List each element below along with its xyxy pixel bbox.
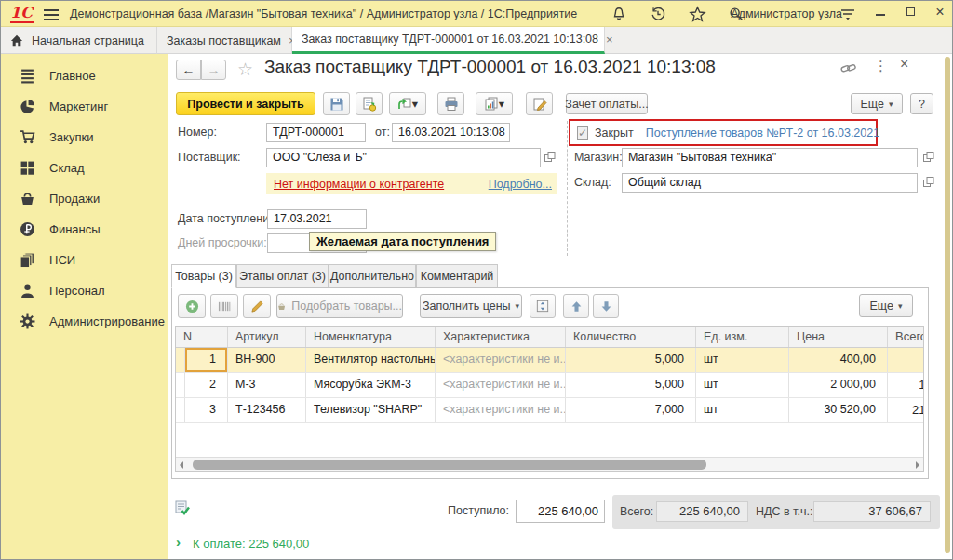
to-pay-summary[interactable]: К оплате: 225 640,00 [193, 537, 309, 551]
reports-button[interactable]: ▾ [476, 92, 513, 115]
sidebar-item-marketing[interactable]: Маркетинг [1, 91, 168, 122]
payment-offset-button[interactable]: Зачет оплаты... [566, 93, 648, 114]
cell-total[interactable]: 10 000,00 [888, 373, 924, 397]
tab-close-icon[interactable]: × [606, 33, 613, 47]
sidebar-item-administration[interactable]: Администрирование [1, 306, 168, 337]
cell-article[interactable]: Т-123456 [228, 398, 306, 422]
close-window-button[interactable]: × [930, 5, 950, 21]
favorite-star-icon[interactable]: ☆ [237, 59, 253, 80]
document-check-icon[interactable] [174, 500, 191, 516]
cell-quantity[interactable]: 5,000 [566, 348, 696, 372]
help-button[interactable]: ? [910, 93, 933, 114]
autofit-rows-button[interactable] [530, 294, 556, 318]
row-selector-cell[interactable] [176, 348, 185, 372]
closed-checkbox[interactable]: ✓ [577, 126, 588, 140]
tab-home[interactable]: Начальная страница [1, 27, 157, 54]
post-document-button[interactable] [356, 92, 383, 115]
fill-prices-button[interactable]: Заполнить цены ▾ [420, 294, 522, 318]
col-header-n[interactable]: N [176, 327, 228, 347]
print-button[interactable] [437, 92, 464, 115]
cell-nomenclature[interactable]: Мясорубка ЭКМ-3 [306, 373, 436, 397]
col-header-total[interactable]: Всего [888, 327, 924, 347]
pick-goods-button[interactable]: Подобрать товары... [276, 294, 403, 318]
form-more-button[interactable]: Еще ▾ [851, 93, 903, 114]
cell-characteristic[interactable]: <характеристики не и... [436, 398, 566, 422]
goods-more-button[interactable]: Еще ▾ [859, 294, 913, 317]
sidebar-item-main[interactable]: Главное [1, 60, 168, 91]
cell-total[interactable]: 2 000,00 [888, 348, 924, 372]
sidebar-item-warehouse[interactable]: Склад [1, 153, 168, 183]
close-form-icon[interactable]: × [900, 56, 908, 73]
cell-n[interactable]: 3 [185, 398, 228, 422]
table-row[interactable]: 2 М-3 Мясорубка ЭКМ-3 <характеристики не… [176, 373, 924, 398]
cell-quantity[interactable]: 5,000 [566, 373, 696, 397]
col-header-characteristic[interactable]: Характеристика [436, 327, 566, 347]
cell-quantity[interactable]: 7,000 [566, 398, 696, 422]
row-selector-cell[interactable] [176, 373, 185, 397]
cell-n[interactable]: 2 [185, 373, 228, 397]
receipt-date-input[interactable]: 17.03.2021 [267, 209, 367, 229]
row-selector-cell[interactable] [176, 398, 185, 422]
move-down-button[interactable] [593, 294, 619, 318]
cell-n[interactable]: 1 [185, 348, 228, 372]
col-header-price[interactable]: Цена [789, 327, 888, 347]
no-info-link[interactable]: Нет информации о контрагенте [274, 178, 444, 191]
col-header-article[interactable]: Артикул [228, 327, 306, 347]
cell-characteristic[interactable]: <характеристики не и... [436, 348, 566, 372]
save-button[interactable] [323, 92, 350, 115]
received-input[interactable]: 225 640,00 [516, 500, 605, 523]
sidebar-item-personnel[interactable]: Персонал [1, 275, 168, 306]
col-header-nomenclature[interactable]: Номенклатура [306, 327, 436, 347]
open-supplier-icon[interactable] [543, 150, 557, 165]
expand-chevron-icon[interactable]: › [176, 534, 181, 550]
history-icon[interactable] [648, 5, 668, 23]
cell-nomenclature[interactable]: Телевизор "SHARP" [306, 398, 436, 422]
shop-input[interactable]: Магазин "Бытовая техника" [622, 148, 918, 167]
table-row[interactable]: 3 Т-123456 Телевизор "SHARP" <характерис… [176, 398, 924, 423]
tab-supplier-order-document[interactable]: Заказ поставщику ТДРТ-000001 от 16.03.20… [292, 27, 605, 54]
maximize-button[interactable] [900, 4, 920, 20]
1c-logo-icon[interactable]: 1С [10, 5, 34, 23]
cell-unit[interactable]: шт [696, 373, 789, 397]
cell-price[interactable]: 30 520,00 [789, 398, 888, 422]
cell-characteristic[interactable]: <характеристики не и... [436, 373, 566, 397]
details-link[interactable]: Подробно... [489, 178, 552, 191]
warehouse-input[interactable]: Общий склад [622, 173, 918, 193]
forward-button[interactable]: → [201, 60, 226, 80]
favorites-star-icon[interactable] [687, 5, 707, 23]
cell-article[interactable]: М-3 [228, 373, 306, 397]
sidebar-item-sales[interactable]: Продажи [1, 183, 168, 214]
cell-article[interactable]: ВН-900 [228, 348, 306, 372]
open-warehouse-icon[interactable] [921, 175, 936, 190]
vertical-scrollbar[interactable] [945, 57, 950, 553]
main-menu-icon[interactable] [44, 7, 59, 23]
tab-additional[interactable]: Дополнительно [329, 264, 416, 288]
number-input[interactable]: ТДРТ-000001 [266, 123, 366, 142]
sidebar-item-purchases[interactable]: Закупки [1, 122, 168, 153]
open-shop-icon[interactable] [921, 150, 936, 165]
cell-unit[interactable]: шт [696, 398, 789, 422]
post-and-close-button[interactable]: Провести и закрыть [176, 92, 315, 115]
back-button[interactable]: ← [176, 60, 201, 80]
horizontal-scrollbar[interactable] [176, 457, 923, 471]
notifications-bell-icon[interactable] [609, 5, 629, 23]
edit-button[interactable] [526, 92, 553, 115]
more-menu-dots-icon[interactable]: ⋮ [874, 58, 888, 74]
goods-receipt-link[interactable]: Поступление товаров №РТ-2 от 16.03.2021 [646, 127, 879, 140]
cell-price[interactable]: 400,00 [789, 348, 888, 372]
date-input[interactable]: 16.03.2021 10:13:08 [392, 123, 510, 142]
cell-unit[interactable]: шт [696, 348, 789, 372]
scroll-right-icon[interactable] [916, 461, 919, 469]
scrollbar-thumb[interactable] [193, 460, 706, 470]
add-row-button[interactable] [178, 294, 206, 318]
barcode-scan-button[interactable] [210, 294, 238, 318]
tab-payment-stages[interactable]: Этапы оплат (3) [236, 264, 329, 288]
tab-supplier-orders[interactable]: Заказы поставщикам × [157, 27, 292, 54]
cell-price[interactable]: 2 000,00 [789, 373, 888, 397]
get-link-icon[interactable] [840, 61, 856, 75]
supplier-input[interactable]: ООО "Слеза и Ъ" [266, 148, 541, 167]
table-row[interactable]: 1 ВН-900 Вентилятор настольный <характер… [176, 348, 924, 373]
col-header-unit[interactable]: Ед. изм. [696, 327, 789, 347]
tab-comment[interactable]: Комментарий [416, 264, 498, 288]
minimize-button[interactable] [870, 4, 891, 20]
